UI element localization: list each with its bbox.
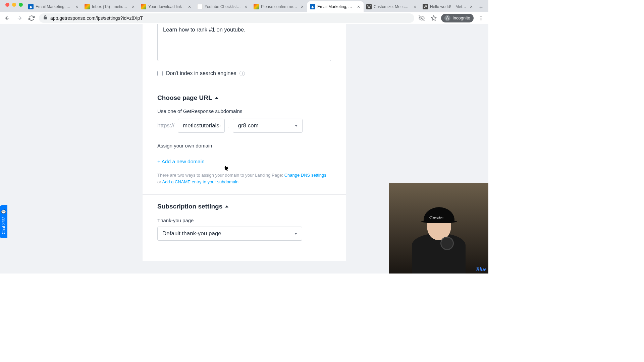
favicon-icon: W	[366, 4, 372, 9]
tab-close-icon[interactable]: ×	[131, 4, 136, 9]
favicon-icon	[254, 4, 259, 9]
noindex-label: Don't index in search engines	[166, 70, 236, 76]
mic-brand-logo: Blue	[476, 266, 486, 273]
close-window-button[interactable]	[5, 3, 9, 7]
macos-window-controls	[5, 3, 23, 7]
new-tab-button[interactable]: +	[476, 3, 486, 12]
maximize-window-button[interactable]	[19, 3, 23, 7]
section-title-text: Subscription settings	[157, 203, 222, 210]
cap-text: Champion	[429, 216, 443, 219]
tab-close-icon[interactable]: ×	[413, 4, 417, 9]
chat-label: Chat 24/7	[1, 217, 6, 234]
tab-title: Inbox (15) - meticstut	[92, 4, 129, 9]
lock-icon	[43, 15, 48, 21]
description-textarea[interactable]: Learn how to rank #1 on youtube.	[157, 24, 331, 61]
svg-marker-0	[431, 15, 436, 20]
chat-icon: 💬	[1, 209, 6, 214]
favicon-icon: ◆	[28, 4, 34, 9]
favicon-icon	[141, 4, 146, 9]
url-input-row: https:// meticstutorials- . gr8.com	[157, 119, 331, 133]
eye-icon[interactable]	[417, 13, 426, 23]
tab-title: Your download link -	[148, 4, 185, 9]
noindex-row: Don't index in search engines i	[157, 70, 331, 76]
info-icon[interactable]: i	[239, 71, 245, 76]
thankyou-select-value: Default thank-you page	[162, 230, 221, 237]
dns-link[interactable]: Change DNS settings	[284, 173, 326, 178]
browser-tab[interactable]: WHello world! – Metics×	[420, 1, 476, 12]
hint-suffix: .	[238, 179, 240, 184]
browser-menu-button[interactable]	[476, 13, 486, 23]
webcam-person: Champion	[409, 196, 469, 274]
description-section: Learn how to rank #1 on youtube. Don't i…	[143, 24, 346, 86]
subdomain-label: Use one of GetResponse subdomains	[157, 108, 331, 114]
tab-close-icon[interactable]: ×	[244, 4, 248, 9]
browser-tab[interactable]: ◆Email Marketing, Auto×	[25, 1, 82, 12]
caret-up-icon	[225, 205, 228, 207]
noindex-checkbox[interactable]	[157, 71, 163, 76]
browser-toolbar: app.getresponse.com/lps/settings?id=z8Xp…	[0, 12, 488, 24]
incognito-badge[interactable]: Incognito	[441, 14, 474, 22]
caret-up-icon	[215, 97, 218, 99]
hint-mid: or	[157, 179, 162, 184]
url-section: Choose page URL Use one of GetResponse s…	[143, 86, 346, 195]
back-button[interactable]	[3, 13, 12, 23]
add-domain-link[interactable]: + Add a new domain	[157, 159, 205, 165]
incognito-label: Incognito	[452, 15, 470, 20]
favicon-icon	[85, 4, 90, 9]
address-bar[interactable]: app.getresponse.com/lps/settings?id=z8Xp…	[39, 13, 414, 23]
settings-panel: Learn how to rank #1 on youtube. Don't i…	[143, 24, 346, 261]
browser-tab[interactable]: Youtube Checklist Do×	[195, 1, 251, 12]
tab-close-icon[interactable]: ×	[74, 4, 79, 9]
mouse-cursor	[225, 165, 229, 171]
subscription-section: Subscription settings Thank-you page Def…	[143, 195, 346, 261]
tab-title: Customize: Metics Tu	[374, 4, 411, 9]
url-text: app.getresponse.com/lps/settings?id=z8Xp…	[50, 15, 143, 21]
tab-close-icon[interactable]: ×	[469, 4, 474, 9]
reload-button[interactable]	[27, 13, 36, 23]
chevron-down-icon	[294, 233, 297, 235]
tab-title: Email Marketing, Auto	[36, 4, 72, 9]
browser-tab[interactable]: WCustomize: Metics Tu×	[364, 1, 420, 12]
incognito-icon	[444, 15, 450, 21]
minimize-window-button[interactable]	[12, 3, 16, 7]
browser-tab-active[interactable]: ◆Email Marketing, Auto×	[307, 1, 364, 12]
thankyou-select[interactable]: Default thank-you page	[157, 227, 302, 241]
tab-close-icon[interactable]: ×	[300, 4, 305, 9]
section-title-text: Choose page URL	[157, 94, 212, 102]
domain-hint: There are two ways to assign your domain…	[157, 172, 331, 185]
favicon-icon	[197, 4, 203, 9]
tab-title: Email Marketing, Auto	[317, 4, 354, 9]
svg-point-2	[481, 17, 482, 18]
chat-widget-tab[interactable]: Chat 24/7 💬	[0, 205, 7, 238]
favicon-icon: ◆	[310, 4, 315, 9]
forward-button[interactable]	[15, 13, 24, 23]
tab-title: Hello world! – Metics	[430, 4, 467, 9]
browser-tab[interactable]: Your download link - ×	[138, 1, 195, 12]
cname-link[interactable]: Add a CNAME entry to your subdomain	[162, 179, 238, 184]
subscription-section-title[interactable]: Subscription settings	[157, 203, 331, 210]
tab-close-icon[interactable]: ×	[187, 4, 192, 9]
hint-prefix: There are two ways to assign your domain…	[157, 173, 284, 178]
svg-point-1	[481, 16, 482, 17]
url-dot: .	[228, 123, 229, 129]
domain-select-value: gr8.com	[238, 122, 258, 129]
svg-point-3	[481, 19, 482, 20]
tab-title: Please confirm new e	[261, 4, 298, 9]
own-domain-label: Assign your own domain	[157, 143, 331, 148]
page-viewport: Learn how to rank #1 on youtube. Don't i…	[0, 24, 488, 274]
protocol-text: https://	[157, 122, 174, 129]
browser-tab-strip: ◆Email Marketing, Auto× Inbox (15) - met…	[0, 0, 488, 12]
favicon-icon: W	[423, 4, 428, 9]
url-section-title[interactable]: Choose page URL	[157, 94, 331, 102]
domain-select[interactable]: gr8.com	[233, 119, 303, 133]
thankyou-label: Thank-you page	[157, 218, 331, 223]
browser-tab[interactable]: Inbox (15) - meticstut×	[82, 1, 138, 12]
browser-tab[interactable]: Please confirm new e×	[251, 1, 307, 12]
tab-close-icon[interactable]: ×	[356, 4, 361, 9]
chevron-down-icon	[295, 125, 298, 127]
webcam-overlay: Champion Blue	[389, 183, 488, 274]
tab-title: Youtube Checklist Do	[205, 4, 241, 9]
bookmark-star-icon[interactable]	[429, 13, 438, 23]
subdomain-input[interactable]: meticstutorials-	[178, 119, 225, 133]
